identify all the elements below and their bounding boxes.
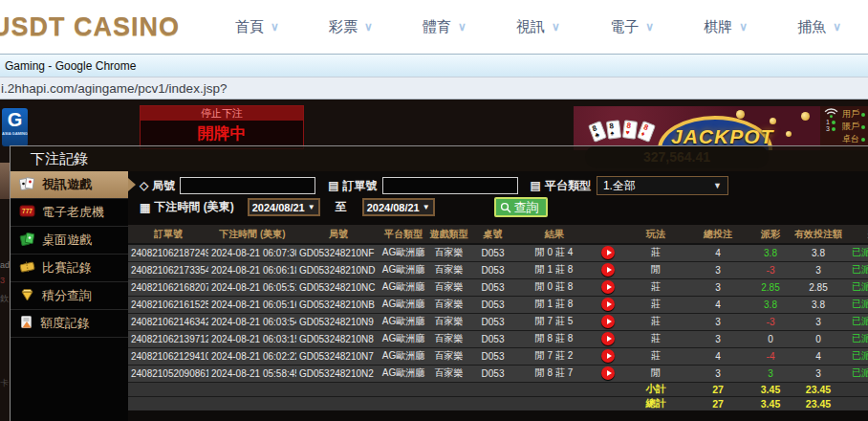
cell-result: 閒 0 莊 8	[514, 278, 594, 296]
column-header: 有效投注額	[794, 225, 842, 244]
play-button[interactable]	[601, 280, 615, 294]
subtotal-payout: 3.45	[747, 382, 794, 396]
cell-payout: -4	[747, 347, 794, 365]
chevron-down-icon: ∨	[833, 20, 841, 33]
cell-payout: 3.8	[747, 296, 794, 313]
bet-records-table: 訂單號下注時間 (美東)局號平台類型遊戲類型桌號結果玩法總投注派彩有效投注額狀態…	[128, 225, 868, 410]
cell-game: 百家樂	[426, 278, 471, 296]
column-header: 下注時間 (美東)	[208, 225, 296, 244]
grand-total-row: 總計 27 3.45 23.45	[128, 396, 868, 410]
cell-valid_bet: 3	[794, 365, 842, 382]
diamond-icon	[19, 288, 35, 301]
nav-item-2[interactable]: 體育 ∨	[423, 18, 467, 36]
cell-total_bet: 3	[689, 313, 747, 330]
cell-bet_type: 莊	[622, 278, 689, 296]
search-icon	[500, 202, 511, 213]
subtotal-row: 小計 27 3.45 23.45	[128, 382, 868, 396]
play-button[interactable]	[601, 366, 615, 380]
cell-table_no: D053	[471, 296, 514, 313]
sidebar-item-diamond[interactable]: 積分查詢	[11, 282, 128, 310]
cell-total_bet: 4	[689, 296, 747, 313]
platform-select[interactable]: 1.全部 ▼	[597, 176, 728, 195]
nav-item-6[interactable]: 捕魚 ∨	[797, 18, 841, 36]
address-bar[interactable]: i.2hhapi.com/agingame/pcv1/index.jsp?	[0, 77, 868, 100]
play-button[interactable]	[601, 246, 615, 259]
cell-order: 240821062168207	[128, 278, 208, 296]
account-info-lines: 用戶賬戶卓台	[842, 108, 866, 148]
nav-item-3[interactable]: 視訊 ∨	[516, 18, 560, 36]
cell-payout: 3.8	[747, 244, 794, 261]
cell-table_no: D053	[471, 244, 514, 261]
cell-total_bet: 4	[689, 244, 747, 261]
cell-order: 240821062173354	[128, 261, 208, 278]
cell-platform: AG歐洲廳	[380, 313, 426, 330]
server-icon: ▤	[531, 179, 541, 192]
background-text-fragment: ad	[0, 260, 10, 270]
playing-card: 8♥	[622, 120, 638, 140]
table-row: 240821062161525 2024-08-21 06:05:16 GD05…	[128, 296, 868, 313]
round-input[interactable]	[180, 177, 315, 194]
cell-result: 閒 8 莊 7	[514, 365, 594, 382]
tag-icon: ◇	[140, 179, 148, 192]
nav-item-4[interactable]: 電子 ∨	[610, 18, 654, 36]
nav-item-0[interactable]: 首頁 ∨	[235, 18, 279, 36]
search-button[interactable]: 查詢	[494, 197, 548, 217]
cell-platform: AG歐洲廳	[380, 296, 426, 313]
cell-time: 2024-08-21 06:07:30	[208, 244, 296, 261]
cell-table_no: D053	[471, 365, 514, 382]
play-button[interactable]	[601, 315, 615, 328]
cell-game: 百家樂	[426, 347, 471, 365]
play-button[interactable]	[601, 349, 615, 363]
cell-round: GD053248210ND	[296, 261, 380, 278]
date-from-picker[interactable]: 2024/08/21 ▼	[248, 198, 320, 216]
modal-content: ◇ 局號 ▤ 訂單號 ▤ 平台類型 1.全部 ▼	[128, 171, 868, 421]
cell-round: GD053248210NC	[296, 278, 380, 296]
table-games-icon	[19, 232, 35, 246]
play-button[interactable]	[601, 263, 615, 277]
cell-time: 2024-08-21 06:03:15	[208, 330, 296, 347]
nav-item-1[interactable]: 彩票 ∨	[329, 18, 373, 36]
column-header: 結果	[514, 225, 594, 244]
sidebar-item-table-games[interactable]: 桌面遊戲	[11, 227, 128, 255]
sidebar-item-cards[interactable]: 視訊遊戲	[11, 171, 128, 199]
column-header: 玩法	[622, 225, 689, 244]
order-filter-label: ▤ 訂單號	[328, 178, 377, 194]
main-nav: 首頁 ∨ 彩票 ∨ 體育 ∨ 視訊 ∨ 電子 ∨ 棋牌 ∨ 捕魚 ∨	[235, 18, 841, 36]
nav-item-5[interactable]: 棋牌 ∨	[704, 18, 748, 36]
cell-valid_bet: 4	[794, 347, 842, 365]
table-header-row: 訂單號下注時間 (美東)局號平台類型遊戲類型桌號結果玩法總投注派彩有效投注額狀態	[128, 225, 868, 244]
cell-payout: 0	[747, 330, 794, 347]
sidebar-item-ticket[interactable]: 比賽記錄	[11, 255, 128, 282]
subtotal-label: 小計	[622, 382, 689, 396]
cell-order: 240821062187249	[128, 244, 208, 261]
cell-game: 百家樂	[426, 330, 471, 347]
column-header: 派彩	[747, 225, 794, 244]
asia-gaming-logo: G ASIA GAMING	[2, 108, 28, 146]
date-to-picker[interactable]: 2024/08/21 ▼	[362, 198, 435, 216]
cell-result: 閒 1 莊 8	[514, 261, 594, 278]
coin-icon	[801, 112, 810, 121]
cell-order: 240821062161525	[128, 296, 208, 313]
playing-card: 8♠	[606, 120, 621, 140]
cell-time: 2024-08-21 06:06:18	[208, 261, 296, 278]
background-text-fragment: 卡	[0, 377, 9, 389]
cell-status: 已派彩	[842, 365, 868, 382]
cell-status: 已派彩	[842, 296, 868, 313]
cell-platform: AG歐洲廳	[380, 278, 426, 296]
sidebar-item-document[interactable]: 額度記錄	[11, 310, 128, 338]
cell-status: 已派彩	[842, 347, 868, 365]
order-input[interactable]	[382, 177, 518, 194]
background-text-fragment: 3	[0, 276, 5, 285]
url-text: i.2hhapi.com/agingame/pcv1/index.jsp?	[1, 81, 227, 96]
cell-time: 2024-08-21 06:05:16	[208, 296, 296, 313]
play-button[interactable]	[601, 298, 615, 311]
play-button[interactable]	[601, 332, 615, 345]
subtotal-total-bet: 27	[689, 382, 747, 396]
cell-total_bet: 3	[689, 278, 747, 296]
sidebar-item-slot[interactable]: 777 電子老虎機	[11, 199, 128, 227]
subtotal-valid-bet: 23.45	[794, 382, 842, 396]
window-title: Gaming - Google Chrome	[5, 59, 136, 73]
wifi-icon	[824, 108, 838, 119]
cell-status: 已派彩	[842, 261, 868, 278]
cell-total_bet: 4	[689, 347, 747, 365]
